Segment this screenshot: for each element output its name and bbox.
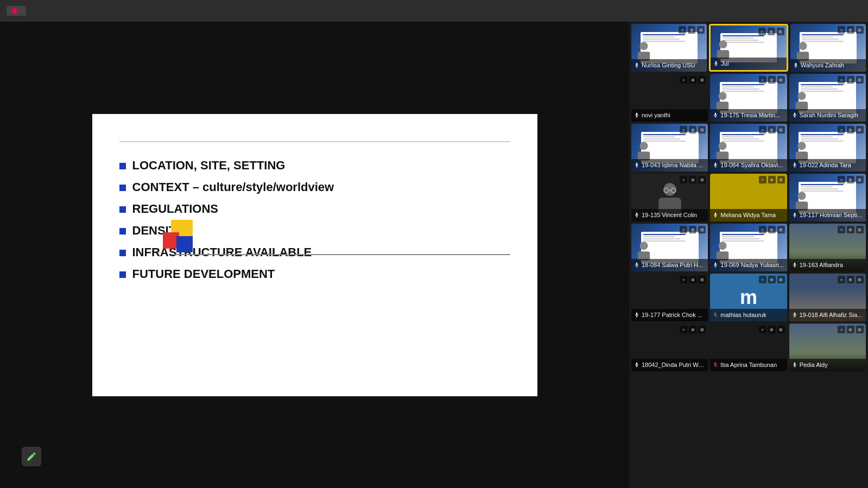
- tile-control-button[interactable]: ⊞: [777, 76, 785, 84]
- participant-tile-meliana-widya-tama[interactable]: ×⊕⊞Meliana Widya Tama: [710, 174, 787, 221]
- participant-name: 19-022 Adinda Tara: [800, 162, 851, 168]
- participant-tile-mathias-hutauruk[interactable]: m×⊕⊞mathias hutauruk: [710, 274, 787, 321]
- tile-control-button[interactable]: ⊞: [777, 176, 785, 183]
- participant-tile-wahyuni-zahrah[interactable]: ×⊕⊞Wahyuni Zahrah: [790, 24, 866, 72]
- participant-tile-iba-aprina-tam[interactable]: ×⊕⊞Iba Aprina Tambunan: [710, 324, 787, 371]
- tile-control-button[interactable]: ⊞: [777, 126, 785, 134]
- participant-tile-alfiandra[interactable]: ×⊕⊞19-163 Alfiandra: [789, 224, 866, 271]
- tile-control-button[interactable]: ⊕: [768, 176, 776, 183]
- tile-control-button[interactable]: ⊕: [689, 226, 696, 233]
- tile-control-button[interactable]: ⊞: [698, 126, 706, 134]
- participant-tile-hotmian-septi[interactable]: ×⊕⊞19-117 Hotmian Septi...: [789, 174, 866, 221]
- tile-control-button[interactable]: ⊕: [768, 28, 775, 35]
- tile-control-button[interactable]: ×: [759, 326, 766, 333]
- tile-control-button[interactable]: ⊕: [689, 76, 696, 84]
- participant-tile-nadya-yuliasti[interactable]: ×⊕⊞19-069 Nadya Yuliasri...: [710, 224, 787, 271]
- participant-tile-alfi-alhafiz[interactable]: ×⊕⊞19-018 Alfi Alhafiz Sia...: [789, 274, 866, 321]
- tile-control-button[interactable]: ⊞: [856, 276, 864, 283]
- tile-control-button[interactable]: ×: [680, 226, 687, 233]
- tile-control-button[interactable]: ⊞: [856, 226, 864, 233]
- bullet-text: INFRASTRUCTURE AVAILABLE: [132, 245, 312, 259]
- annotation-icon[interactable]: [22, 447, 41, 466]
- tile-control-button[interactable]: ⊕: [689, 276, 696, 283]
- tile-control-button[interactable]: ×: [758, 28, 766, 35]
- mic-icon: [634, 162, 639, 168]
- tile-control-button[interactable]: ×: [759, 76, 766, 84]
- tile-control-button[interactable]: ⊞: [856, 126, 864, 134]
- participant-row-5: ×⊕⊞19-177 Patrick Chok ...m×⊕⊞mathias hu…: [631, 274, 866, 321]
- mic-icon: [792, 312, 797, 318]
- tile-control-button[interactable]: ×: [838, 76, 845, 84]
- tile-control-button[interactable]: ×: [680, 126, 687, 134]
- participant-tile-nurlisa-ginting-usu[interactable]: ×⊕⊞Nurlisa Ginting USU: [631, 24, 707, 72]
- participant-tile-jul[interactable]: ×⊕⊞Jul: [709, 24, 788, 72]
- tile-control-button[interactable]: ×: [759, 226, 766, 233]
- participant-tile-syafira-oktavi[interactable]: ×⊕⊞19-084 Syafira Oktavi...: [710, 124, 787, 172]
- tile-name-bar: 18042_Dinda Putri Wa...: [631, 359, 708, 371]
- participant-tile-novi-yanthi[interactable]: ×⊕⊞novi yanthi: [631, 74, 708, 122]
- participant-tile-salwa-putri-h[interactable]: ×⊕⊞18-084 Salwa Putri H...: [631, 224, 708, 271]
- participant-tile-pedia-aldy[interactable]: ×⊕⊞Pedia Aldy: [789, 324, 866, 371]
- tile-control-button[interactable]: ⊞: [698, 276, 706, 283]
- svg-point-8: [797, 92, 806, 100]
- mic-icon: [792, 262, 797, 268]
- tile-control-button[interactable]: ×: [679, 26, 686, 34]
- tile-control-button[interactable]: ⊞: [698, 326, 706, 333]
- tile-control-button[interactable]: ×: [838, 326, 845, 333]
- tile-control-button[interactable]: ⊕: [689, 176, 696, 183]
- tile-control-button[interactable]: ⊞: [777, 326, 785, 333]
- participant-tile-dinda-pu[interactable]: ×⊕⊞18042_Dinda Putri Wa...: [631, 324, 708, 371]
- tile-control-button[interactable]: ⊞: [697, 26, 705, 34]
- tile-control-button[interactable]: ⊕: [768, 76, 776, 84]
- tile-control-button[interactable]: ⊞: [698, 76, 706, 84]
- tile-control-button[interactable]: ⊞: [777, 28, 784, 35]
- tile-control-button[interactable]: ⊕: [847, 76, 854, 84]
- tile-control-button[interactable]: ⊕: [768, 326, 776, 333]
- participant-tile-sarah-nurdini-saragih[interactable]: ×⊕⊞Sarah Nurdini Saragih: [789, 74, 866, 122]
- tile-control-button[interactable]: ⊞: [856, 176, 864, 183]
- tile-control-button[interactable]: ⊞: [856, 76, 864, 84]
- tile-name-bar: 19-069 Nadya Yuliasri...: [710, 259, 787, 271]
- tile-control-button[interactable]: ×: [838, 276, 845, 283]
- tile-control-button[interactable]: ×: [759, 276, 766, 283]
- tile-control-button[interactable]: ⊕: [847, 26, 854, 34]
- tile-control-button[interactable]: ⊕: [847, 276, 854, 283]
- tile-control-button[interactable]: ⊞: [698, 226, 706, 233]
- tile-control-button[interactable]: ⊞: [856, 26, 864, 34]
- tile-control-button[interactable]: ⊞: [698, 176, 706, 183]
- participant-tile-adinda-tara[interactable]: ×⊕⊞19-022 Adinda Tara: [789, 124, 866, 172]
- tile-control-button[interactable]: ×: [759, 176, 766, 183]
- tile-control-button[interactable]: ⊞: [777, 276, 785, 283]
- tile-control-button[interactable]: ×: [680, 76, 687, 84]
- tile-control-button[interactable]: ×: [838, 176, 845, 183]
- tile-name-bar: novi yanthi: [631, 109, 708, 122]
- tile-control-button[interactable]: ⊕: [768, 126, 776, 134]
- tile-control-button[interactable]: ×: [680, 326, 687, 333]
- tile-control-button[interactable]: ×: [838, 126, 845, 134]
- tile-control-button[interactable]: ×: [680, 276, 687, 283]
- tile-control-button[interactable]: ⊕: [768, 276, 776, 283]
- participant-tile-patrick-c[interactable]: ×⊕⊞19-177 Patrick Chok ...: [631, 274, 708, 321]
- participant-tile-vincent-colin[interactable]: ×⊕⊞19-135 Vincent Colin: [631, 174, 708, 221]
- tile-control-button[interactable]: ×: [838, 26, 845, 34]
- participant-name: 19-177 Patrick Chok ...: [642, 312, 702, 318]
- tile-controls: ×⊕⊞: [838, 126, 864, 134]
- tile-control-button[interactable]: ⊕: [847, 126, 854, 134]
- tile-control-button[interactable]: ⊕: [847, 226, 854, 233]
- tile-control-button[interactable]: ⊕: [688, 26, 695, 34]
- tile-control-button[interactable]: ⊕: [768, 226, 776, 233]
- tile-control-button[interactable]: ⊕: [689, 126, 696, 134]
- tile-control-button[interactable]: ⊞: [856, 326, 864, 333]
- tile-control-button[interactable]: ⊞: [777, 226, 785, 233]
- tile-name-bar: Nurlisa Ginting USU: [631, 59, 707, 72]
- tile-control-button[interactable]: ⊕: [847, 326, 854, 333]
- participant-tile-tresia-martin[interactable]: ×⊕⊞19-175 Tresia Martin...: [710, 74, 787, 122]
- tile-control-button[interactable]: ⊕: [689, 326, 696, 333]
- participant-tile-iqlima-nabila[interactable]: ×⊕⊞19-043 Iqlima Nabila ...: [631, 124, 708, 172]
- tile-control-button[interactable]: ×: [680, 176, 687, 183]
- tile-control-button[interactable]: ⊕: [847, 176, 854, 183]
- tile-name-bar: 19-163 Alfiandra: [789, 259, 866, 271]
- tile-control-button[interactable]: ×: [838, 226, 845, 233]
- tile-control-button[interactable]: ×: [759, 126, 766, 134]
- participant-row-4: ×⊕⊞18-084 Salwa Putri H...×⊕⊞19-069 Nady…: [631, 224, 866, 271]
